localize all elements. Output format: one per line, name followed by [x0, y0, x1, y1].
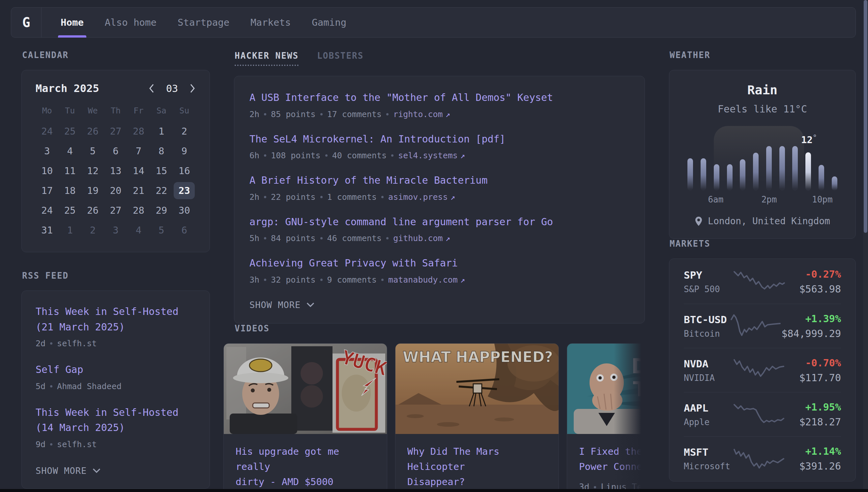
calendar-day[interactable]: 8	[151, 143, 172, 159]
video-thumbnail-geek-squad-yuck[interactable]: YUCK	[224, 344, 387, 434]
video-thumbnail-mars-helicopter[interactable]: WHAT HAPPENED?	[395, 344, 559, 434]
calendar-day-selected[interactable]: 23	[174, 182, 195, 199]
news-source-link[interactable]: righto.com↗	[393, 109, 450, 119]
app-logo[interactable]: G	[11, 7, 42, 37]
calendar-day[interactable]: 15	[151, 162, 172, 179]
calendar-day[interactable]: 25	[59, 123, 80, 140]
news-title-link[interactable]: A USB Interface to the "Mother of All De…	[249, 90, 629, 105]
calendar-day[interactable]: 29	[151, 202, 172, 219]
news-comments: 9 comments	[327, 275, 377, 285]
calendar-weekday: Mo	[35, 106, 58, 120]
calendar-day[interactable]: 3	[36, 143, 58, 159]
nav-tab-startpage[interactable]: Startpage	[178, 7, 229, 37]
calendar-day[interactable]: 21	[128, 182, 149, 199]
calendar-day[interactable]: 25	[59, 202, 80, 219]
calendar-day[interactable]: 18	[59, 182, 80, 199]
calendar-day[interactable]: 16	[174, 162, 195, 179]
calendar-day[interactable]: 26	[82, 123, 103, 140]
nav-tab-home[interactable]: Home	[61, 7, 84, 37]
market-sparkline	[732, 268, 785, 295]
news-title-link[interactable]: Achieving Great Privacy with Safari	[249, 255, 629, 271]
market-symbol: SPY	[684, 269, 732, 281]
video-title[interactable]: I Fixed the 5 Power Connect	[579, 444, 645, 474]
separator-dot	[264, 154, 266, 157]
calendar-day[interactable]: 24	[36, 123, 58, 140]
tab-hacker-news[interactable]: HACKER NEWS	[235, 51, 298, 66]
calendar-prev-icon[interactable]	[148, 83, 155, 94]
tab-lobsters[interactable]: LOBSTERS	[317, 51, 364, 66]
separator-dot	[381, 279, 384, 281]
news-source-link[interactable]: sel4.systems↗	[398, 151, 465, 160]
news-source-link[interactable]: matanabudy.com↗	[388, 275, 465, 285]
calendar-day[interactable]: 19	[82, 182, 103, 199]
separator-dot	[264, 113, 266, 116]
calendar-next-icon[interactable]	[189, 83, 196, 94]
window-bottom-edge	[0, 489, 868, 492]
calendar-day[interactable]: 22	[151, 182, 172, 199]
calendar-day[interactable]: 27	[105, 202, 126, 219]
calendar-day[interactable]: 26	[82, 202, 103, 219]
news-title-link[interactable]: argp: GNU-style command line argument pa…	[249, 214, 629, 230]
news-age: 6h	[249, 151, 259, 160]
calendar-day[interactable]: 2	[174, 123, 195, 140]
calendar-day[interactable]: 3	[105, 222, 126, 239]
video-card[interactable]: YUCK His upgrade got me really	[223, 343, 387, 492]
market-row-spy[interactable]: SPYS&P 500 -0.27%$563.98	[684, 260, 841, 304]
calendar-day[interactable]: 17	[36, 182, 58, 199]
calendar-day[interactable]: 30	[174, 202, 195, 219]
video-info: I Fixed the 5 Power Connect 3d Linus Tec	[567, 434, 645, 492]
calendar-day[interactable]: 4	[59, 143, 80, 159]
calendar-day[interactable]: 27	[105, 123, 126, 140]
calendar-day[interactable]: 4	[128, 222, 149, 239]
calendar-day[interactable]: 2	[82, 222, 103, 239]
video-title[interactable]: Why Did The Mars Helicopter Disappear?	[407, 444, 547, 490]
calendar-day[interactable]: 10	[36, 162, 58, 179]
news-title-link[interactable]: The SeL4 Microkernel: An Introduction [p…	[249, 131, 629, 147]
video-title[interactable]: His upgrade got me really dirty - AMD $5…	[236, 444, 375, 492]
video-card[interactable]: WHAT HAPPENED? Why Did The Mars Helicopt…	[395, 343, 559, 492]
calendar-day[interactable]: 24	[36, 202, 58, 219]
rss-item-title-link[interactable]: Self Gap	[35, 362, 196, 377]
calendar-day[interactable]: 11	[59, 162, 80, 179]
market-row-aapl[interactable]: AAPLApple +1.95%$218.27	[684, 392, 841, 436]
calendar-day[interactable]: 13	[105, 162, 126, 179]
rss-item-meta: 9d selfh.st	[35, 440, 196, 449]
video-thumbnail-power-connector[interactable]: DO TH	[567, 344, 645, 434]
calendar-day[interactable]: 6	[174, 222, 195, 239]
calendar-day[interactable]: 31	[36, 222, 58, 239]
news-source-link[interactable]: asimov.press↗	[388, 192, 455, 202]
external-link-icon: ↗	[446, 110, 450, 119]
news-title-link[interactable]: A Brief History of the Miracle Bacterium	[249, 173, 629, 188]
nav-tab-gaming[interactable]: Gaming	[312, 7, 346, 37]
nav-tab-markets[interactable]: Markets	[251, 7, 291, 37]
calendar-day[interactable]: 20	[105, 182, 126, 199]
calendar-day[interactable]: 7	[128, 143, 149, 159]
market-row-msft[interactable]: MSFTMicrosoft +1.14%$391.26	[684, 436, 841, 481]
calendar-day[interactable]: 6	[105, 143, 126, 159]
rss-show-more-button[interactable]: SHOW MORE	[35, 466, 196, 476]
market-row-nvda[interactable]: NVDANVIDIA -0.70%$117.70	[684, 348, 841, 392]
rss-item-title-link[interactable]: This Week in Self-Hosted (14 March 2025)	[35, 405, 196, 436]
news-show-more-button[interactable]: SHOW MORE	[249, 300, 629, 310]
market-symbol: BTC-USD	[684, 314, 729, 325]
calendar-day[interactable]: 28	[128, 123, 149, 140]
calendar-day[interactable]: 28	[128, 202, 149, 219]
nav-tab-also-home[interactable]: Also home	[105, 7, 157, 37]
calendar-day[interactable]: 5	[82, 143, 103, 159]
calendar-day[interactable]: 9	[174, 143, 195, 159]
market-row-btc[interactable]: BTC-USDBitcoin +1.39%$84,999.29	[684, 304, 841, 348]
calendar-day[interactable]: 12	[82, 162, 103, 179]
rss-item-title-link[interactable]: This Week in Self-Hosted (21 March 2025)	[35, 304, 196, 335]
calendar-day[interactable]: 1	[151, 123, 172, 140]
calendar-day[interactable]: 5	[151, 222, 172, 239]
separator-dot	[264, 279, 266, 281]
calendar-day[interactable]: 14	[128, 162, 149, 179]
calendar-weekday: Th	[104, 106, 127, 120]
scrollbar-thumb[interactable]	[864, 0, 867, 233]
show-more-label: SHOW MORE	[35, 466, 87, 476]
market-sparkline	[732, 445, 785, 472]
video-card[interactable]: DO TH I Fixed the 5 Power C	[567, 343, 645, 492]
news-source-link[interactable]: github.com↗	[393, 233, 450, 243]
weather-heading: WEATHER	[669, 50, 856, 60]
calendar-day[interactable]: 1	[59, 222, 80, 239]
